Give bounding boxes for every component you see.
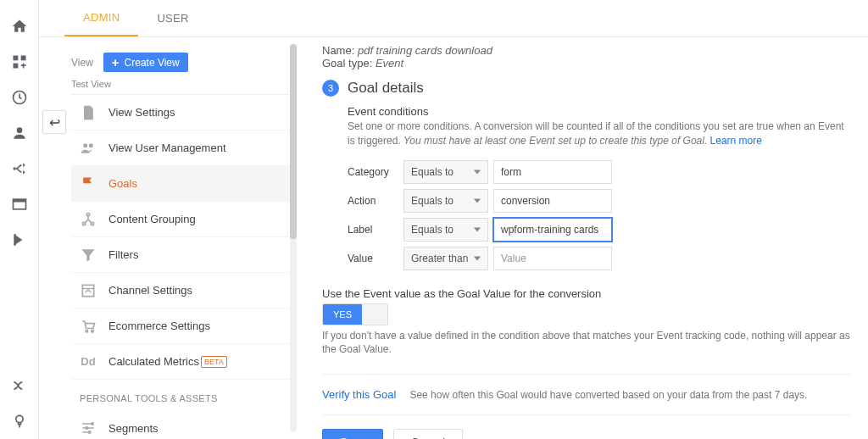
people-icon [80, 140, 97, 157]
customization-icon[interactable] [11, 53, 28, 70]
menu-channel-settings[interactable]: Channel Settings [71, 273, 290, 308]
cond-op-value[interactable]: Greater than [403, 247, 488, 270]
channel-icon [80, 282, 97, 299]
conversions-icon[interactable] [11, 231, 28, 248]
view-sidebar: View +Create View Test View ↩ View Setti… [39, 37, 290, 439]
view-label: View [71, 57, 93, 69]
svg-point-11 [86, 213, 89, 215]
cancel-button[interactable]: Cancel [393, 429, 463, 439]
svg-point-17 [92, 423, 94, 425]
svg-rect-2 [13, 64, 18, 69]
svg-point-15 [86, 330, 88, 332]
cond-value-action[interactable] [493, 189, 612, 213]
step-title: Goal details [348, 80, 424, 97]
svg-point-8 [15, 415, 22, 422]
event-conditions-header: Event conditions [348, 105, 851, 118]
back-button[interactable]: ↩ [42, 110, 66, 134]
svg-point-5 [13, 167, 15, 169]
metrics-icon: Dd [80, 353, 97, 370]
cond-label-category: Category [348, 166, 398, 178]
tab-admin[interactable]: ADMIN [64, 0, 138, 36]
cond-label-value: Value [348, 253, 398, 264]
menu-ecommerce-settings[interactable]: Ecommerce Settings [71, 308, 290, 344]
menu-goals[interactable]: Goals [71, 166, 290, 202]
menu-content-grouping[interactable]: Content Grouping [71, 202, 290, 237]
svg-point-10 [89, 143, 93, 147]
save-button[interactable]: Save [322, 429, 383, 439]
left-icon-rail [0, 0, 39, 439]
segments-icon [80, 420, 97, 436]
scroll-indicator[interactable] [290, 44, 297, 432]
cond-op-category[interactable]: Equals to [403, 160, 488, 184]
menu-view-user-management[interactable]: View User Management [71, 131, 290, 166]
verify-goal-desc: See how often this Goal would have conve… [409, 389, 807, 401]
use-event-value-label: Use the Event value as the Goal Value fo… [322, 287, 851, 300]
grouping-icon [80, 211, 97, 228]
plus-icon: + [112, 56, 120, 69]
home-icon[interactable] [11, 18, 28, 35]
svg-point-9 [83, 143, 87, 147]
cart-icon [80, 318, 97, 335]
menu-filters[interactable]: Filters [71, 237, 290, 273]
cond-op-label[interactable]: Equals to [403, 218, 488, 242]
menu-calculated-metrics[interactable]: DdCalculated Metrics BETA [71, 344, 290, 380]
cond-value-label[interactable] [493, 218, 612, 242]
tab-user[interactable]: USER [138, 0, 207, 36]
cond-op-action[interactable]: Equals to [403, 189, 488, 213]
beta-badge: BETA [201, 356, 227, 368]
learn-more-link[interactable]: Learn more [710, 135, 762, 147]
svg-point-4 [16, 127, 22, 133]
svg-point-16 [92, 330, 94, 332]
svg-rect-1 [20, 56, 25, 61]
behavior-icon[interactable] [11, 196, 28, 213]
cond-value-value[interactable] [493, 247, 612, 270]
acquisition-icon[interactable] [11, 160, 28, 177]
page-icon [80, 104, 97, 121]
flag-icon [80, 175, 97, 192]
cond-label-label: Label [348, 224, 398, 236]
svg-point-19 [88, 431, 91, 434]
step-number-badge: 3 [322, 80, 339, 97]
goal-details-panel: Name: pdf training cards download Goal t… [297, 37, 868, 439]
svg-point-18 [86, 427, 88, 430]
audience-icon[interactable] [11, 125, 28, 142]
use-event-value-note: If you don't have a value defined in the… [322, 329, 851, 358]
use-event-value-toggle[interactable]: YES [322, 303, 388, 325]
create-view-button[interactable]: +Create View [103, 53, 188, 72]
discover-icon[interactable] [11, 413, 28, 430]
menu-segments[interactable]: Segments [71, 410, 290, 439]
goal-summary: Name: pdf training cards download Goal t… [322, 44, 851, 69]
verify-goal-link[interactable]: Verify this Goal [322, 388, 396, 401]
top-tabs: ADMIN USER [39, 0, 868, 37]
view-name[interactable]: Test View [71, 79, 290, 89]
cond-value-category[interactable] [493, 160, 612, 184]
section-personal-tools: PERSONAL TOOLS & ASSETS [71, 380, 290, 410]
svg-rect-0 [13, 56, 18, 61]
event-conditions-desc: Set one or more conditions. A conversion… [348, 119, 851, 148]
realtime-icon[interactable] [11, 89, 28, 106]
cond-label-action: Action [348, 195, 398, 207]
filter-icon [80, 247, 97, 264]
svg-rect-7 [13, 199, 25, 202]
conditions-table: Category Equals to Action Equals to Labe… [348, 160, 851, 270]
attribution-icon[interactable] [11, 377, 28, 394]
menu-view-settings[interactable]: View Settings [71, 95, 290, 131]
